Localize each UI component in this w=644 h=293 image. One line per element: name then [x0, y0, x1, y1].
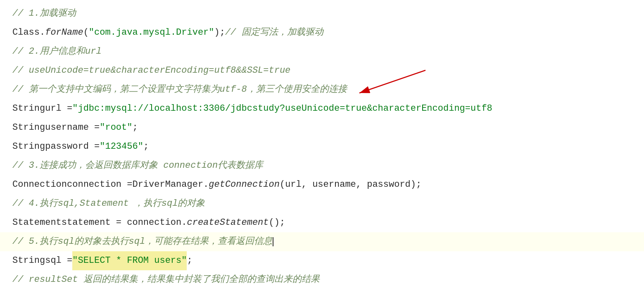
code-line-2: Class.forName("com.java.mysql.Driver"); …: [0, 23, 644, 42]
code-line-15: // resultSet 返回的结果集，结果集中封装了我们全部的查询出来的结果: [0, 270, 644, 289]
line12-method: createStatement: [187, 213, 269, 232]
line16-args: (sql);: [247, 289, 280, 293]
line10-dot: .: [203, 175, 209, 194]
code-line-7: String username = "root";: [0, 118, 644, 137]
line16-class: ResultSet: [12, 289, 62, 293]
line13-comment: // 5.执行sql的对象去执行sql，可能存在结果，查看返回信息: [12, 232, 272, 251]
line10-var: connection =: [67, 175, 132, 194]
line6-string: "jdbc:mysql://localhost:3306/jdbcstudy?u…: [72, 99, 492, 118]
code-editor: // 1.加载驱动 Class.forName("com.java.mysql.…: [0, 0, 644, 293]
code-line-13: // 5.执行sql的对象去执行sql，可能存在结果，查看返回信息: [0, 232, 644, 251]
line2-comment: // 固定写法，加载驱动: [225, 23, 323, 42]
line6-varname: url =: [45, 99, 72, 118]
code-line-1: // 1.加载驱动: [0, 4, 644, 23]
line16-method: executeQuery: [181, 289, 247, 293]
line7-semi: ;: [132, 118, 138, 137]
line16-var: resultSet = statement.: [62, 289, 181, 293]
line8-string: "123456": [100, 137, 143, 156]
line14-semi: ;: [187, 251, 192, 270]
code-line-3: // 2.用户信息和url: [0, 42, 644, 61]
line12-end: ();: [269, 213, 285, 232]
line2-method: forName: [45, 23, 83, 42]
line9-comment: // 3.连接成功，会返回数据库对象 connection代表数据库: [12, 156, 263, 175]
line14-string: "SELECT * FROM users": [72, 251, 187, 270]
line15-comment: // resultSet 返回的结果集，结果集中封装了我们全部的查询出来的结果: [12, 270, 320, 289]
line2-end: );: [214, 23, 225, 42]
code-line-6: String url = "jdbc:mysql://localhost:330…: [0, 99, 644, 118]
code-line-9: // 3.连接成功，会返回数据库对象 connection代表数据库: [0, 156, 644, 175]
line8-var: password =: [45, 137, 100, 156]
code-line-4: // useUnicode=true&characterEncoding=utf…: [0, 61, 644, 80]
line7-keyword: String: [12, 118, 45, 137]
line11-comment: // 4.执行sql,Statement ，执行sql的对象: [12, 194, 205, 213]
line12-class: Statement: [12, 213, 62, 232]
code-line-11: // 4.执行sql,Statement ，执行sql的对象: [0, 194, 644, 213]
line14-keyword: String: [12, 251, 45, 270]
line5-comment: // 第一个支持中文编码，第二个设置中文字符集为utf-8，第三个使用安全的连接: [12, 80, 347, 99]
code-line-16: ResultSet resultSet = statement.executeQ…: [0, 289, 644, 293]
line2-dot: .: [40, 23, 45, 42]
line10-args: (url, username, password);: [280, 175, 421, 194]
line10-class1: Connection: [12, 175, 67, 194]
code-line-14: String sql = "SELECT * FROM users";: [0, 251, 644, 270]
line2-string: "com.java.mysql.Driver": [89, 23, 214, 42]
line2-class: Class: [12, 23, 40, 42]
line6-keyword: String: [12, 99, 45, 118]
code-line-10: Connection connection = DriverManager.ge…: [0, 175, 644, 194]
line10-method: getConnection: [209, 175, 280, 194]
line7-var: username =: [45, 118, 100, 137]
code-line-12: Statement statement = connection.createS…: [0, 213, 644, 232]
line8-keyword: String: [12, 137, 45, 156]
text-cursor: [273, 237, 273, 246]
line12-var: statement = connection.: [62, 213, 187, 232]
code-line-5: // 第一个支持中文编码，第二个设置中文字符集为utf-8，第三个使用安全的连接: [0, 80, 644, 99]
line7-string: "root": [100, 118, 132, 137]
line8-semi: ;: [143, 137, 149, 156]
code-line-8: String password = "123456";: [0, 137, 644, 156]
line1-comment: // 1.加载驱动: [12, 4, 76, 23]
line4-comment: // useUnicode=true&characterEncoding=utf…: [12, 61, 290, 80]
line10-class2: DriverManager: [132, 175, 203, 194]
line3-comment: // 2.用户信息和url: [12, 42, 102, 61]
line2-paren1: (: [83, 23, 89, 42]
line14-var: sql =: [45, 251, 72, 270]
